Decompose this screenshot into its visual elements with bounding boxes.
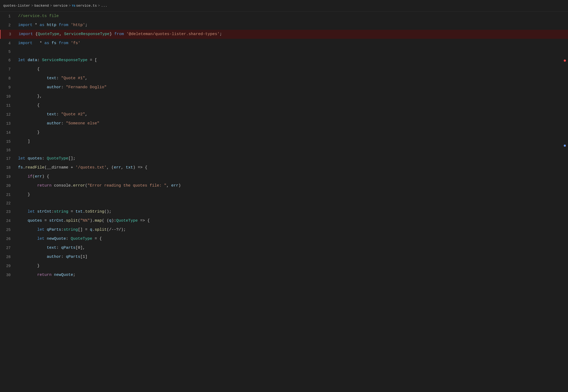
code-line-24: 24 quotes = strCnt.split("%%").map( (q):…: [0, 216, 568, 225]
editor-container: 1//service.ts file2import * as http from…: [0, 12, 568, 392]
line-content-25[interactable]: let qParts:string[] = q.split(/--?/);: [16, 226, 568, 234]
code-line-28: 28 author: qParts[1]: [0, 252, 568, 262]
line-number-26: 26: [0, 237, 16, 241]
code-line-3: 3import {QuoteType, ServiceResponseType}…: [0, 30, 568, 39]
line-number-25: 25: [0, 228, 16, 232]
line-number-18: 18: [0, 166, 16, 170]
line-number-27: 27: [0, 246, 16, 250]
code-line-14: 14 }: [0, 128, 568, 137]
breadcrumb-item-service[interactable]: service: [53, 4, 68, 8]
code-line-17: 17let quotes: QuoteType[];: [0, 154, 568, 163]
line-content-4[interactable]: import * as fs from 'fs': [16, 39, 568, 47]
line-number-28: 28: [0, 255, 16, 259]
code-line-11: 11 {: [0, 101, 568, 110]
line-content-18[interactable]: fs.readFile(__dirname + '/quotes.txt', (…: [16, 164, 568, 172]
line-number-22: 22: [0, 201, 16, 205]
code-line-2: 2import * as http from 'http';: [0, 21, 568, 30]
line-content-13[interactable]: author: "Someone else": [16, 120, 568, 128]
breadcrumb-sep-1: >: [31, 4, 33, 8]
line-number-12: 12: [0, 112, 16, 117]
code-line-22: 22: [0, 199, 568, 207]
code-line-15: 15 ]: [0, 137, 568, 146]
line-number-29: 29: [0, 264, 16, 268]
code-line-8: 8 text: "Quote #1",: [0, 74, 568, 83]
breadcrumb-item-ellipsis: ...: [101, 4, 107, 8]
line-number-7: 7: [0, 67, 16, 71]
line-number-13: 13: [0, 121, 16, 126]
code-line-4: 4import * as fs from 'fs': [0, 39, 568, 48]
line-content-7[interactable]: {: [16, 65, 568, 73]
line-content-30[interactable]: return newQuote;: [16, 271, 568, 279]
code-line-9: 9 author: "Fernando Doglio": [0, 83, 568, 92]
line-content-10[interactable]: },: [16, 92, 568, 100]
code-line-27: 27 text: qParts[0],: [0, 243, 568, 252]
line-number-3: 3: [1, 32, 16, 36]
line-content-12[interactable]: text: "Quote #2",: [16, 111, 568, 119]
code-line-25: 25 let qParts:string[] = q.split(/--?/);: [0, 225, 568, 234]
line-content-24[interactable]: quotes = strCnt.split("%%").map( (q):Quo…: [16, 217, 568, 225]
code-line-10: 10 },: [0, 92, 568, 101]
line-number-19: 19: [0, 175, 16, 179]
error-indicator-1: [564, 60, 566, 62]
line-number-21: 21: [0, 193, 16, 197]
code-line-20: 20 return console.error("Error reading t…: [0, 181, 568, 190]
code-line-26: 26 let newQuote: QuoteType = {: [0, 234, 568, 243]
code-line-29: 29 }: [0, 262, 568, 271]
line-number-5: 5: [0, 50, 16, 54]
line-number-1: 1: [0, 14, 16, 18]
code-area: 1//service.ts file2import * as http from…: [0, 12, 568, 392]
code-line-16: 16: [0, 146, 568, 154]
code-line-23: 23 let strCnt:string = txt.toString();: [0, 207, 568, 216]
breadcrumb-sep-3: >: [69, 4, 71, 8]
code-line-6: 6let data: ServiceResponseType = [: [0, 56, 568, 65]
line-content-1[interactable]: //service.ts file: [16, 12, 568, 20]
code-line-21: 21 }: [0, 190, 568, 199]
line-content-27[interactable]: text: qParts[0],: [16, 244, 568, 252]
breadcrumb-sep-2: >: [50, 4, 52, 8]
line-content-29[interactable]: }: [16, 262, 568, 270]
line-content-19[interactable]: if(err) {: [16, 173, 568, 181]
breadcrumb-item-file[interactable]: service.ts: [76, 4, 97, 8]
line-number-16: 16: [0, 148, 16, 152]
breadcrumb-item-backend[interactable]: backend: [34, 4, 49, 8]
line-number-10: 10: [0, 94, 16, 99]
line-content-23[interactable]: let strCnt:string = txt.toString();: [16, 208, 568, 216]
breadcrumb-item-file-icon: TS: [72, 4, 75, 7]
line-content-26[interactable]: let newQuote: QuoteType = {: [16, 235, 568, 243]
breadcrumb-sep-4: >: [98, 4, 100, 8]
breadcrumb: quotes-lister > backend > service > TS s…: [0, 0, 568, 12]
line-number-24: 24: [0, 219, 16, 223]
line-content-20[interactable]: return console.error("Error reading the …: [16, 182, 568, 190]
code-line-5: 5: [0, 48, 568, 56]
line-number-11: 11: [0, 103, 16, 108]
code-line-18: 18fs.readFile(__dirname + '/quotes.txt',…: [0, 163, 568, 172]
line-number-17: 17: [0, 157, 16, 161]
line-number-2: 2: [0, 23, 16, 27]
line-content-6[interactable]: let data: ServiceResponseType = [: [16, 56, 568, 64]
line-number-4: 4: [0, 41, 16, 45]
code-line-1: 1//service.ts file: [0, 12, 568, 21]
line-content-15[interactable]: ]: [16, 138, 568, 146]
line-number-15: 15: [0, 140, 16, 144]
code-line-7: 7 {: [0, 65, 568, 74]
breadcrumb-item-quotes-lister[interactable]: quotes-lister: [3, 4, 30, 8]
line-content-9[interactable]: author: "Fernando Doglio": [16, 83, 568, 91]
line-content-8[interactable]: text: "Quote #1",: [16, 74, 568, 82]
line-number-30: 30: [0, 273, 16, 277]
code-line-30: 30 return newQuote;: [0, 271, 568, 280]
line-content-21[interactable]: }: [16, 191, 568, 199]
line-content-2[interactable]: import * as http from 'http';: [16, 21, 568, 29]
code-line-19: 19 if(err) {: [0, 172, 568, 181]
line-content-17[interactable]: let quotes: QuoteType[];: [16, 155, 568, 163]
line-number-23: 23: [0, 210, 16, 214]
code-line-13: 13 author: "Someone else": [0, 119, 568, 128]
line-number-9: 9: [0, 85, 16, 90]
line-number-6: 6: [0, 58, 16, 62]
line-content-28[interactable]: author: qParts[1]: [16, 253, 568, 261]
line-content-3[interactable]: import {QuoteType, ServiceResponseType} …: [16, 30, 568, 38]
line-content-14[interactable]: }: [16, 129, 568, 137]
line-number-8: 8: [0, 76, 16, 81]
line-content-11[interactable]: {: [16, 102, 568, 109]
error-indicator-2: [564, 145, 566, 147]
line-number-14: 14: [0, 130, 16, 135]
